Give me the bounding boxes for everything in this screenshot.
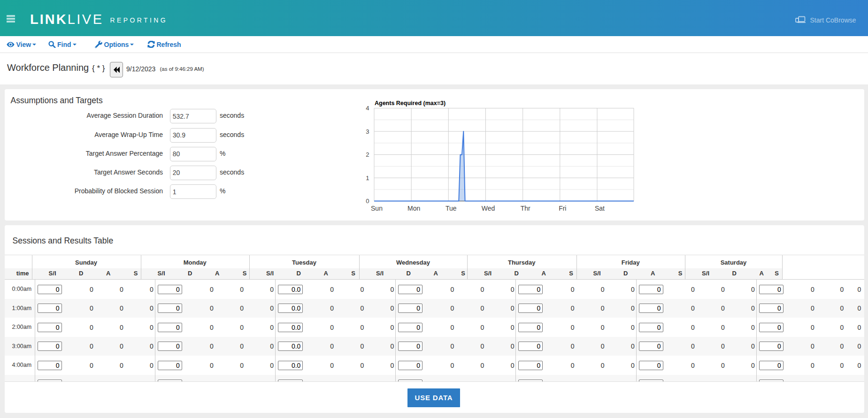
svg-text:Agents Required (max=3): Agents Required (max=3)	[375, 100, 446, 106]
svg-text:4: 4	[366, 105, 369, 112]
svg-text:0: 0	[366, 198, 369, 205]
svg-text:Thr: Thr	[521, 205, 530, 212]
svg-text:Sat: Sat	[595, 205, 605, 212]
svg-text:Wed: Wed	[482, 205, 495, 212]
svg-text:1: 1	[366, 175, 369, 182]
svg-text:Mon: Mon	[407, 205, 420, 212]
svg-text:Tue: Tue	[446, 205, 457, 212]
svg-text:3: 3	[366, 128, 369, 135]
svg-text:Sun: Sun	[371, 205, 383, 212]
svg-text:Fri: Fri	[559, 205, 566, 212]
svg-text:2: 2	[366, 151, 369, 158]
